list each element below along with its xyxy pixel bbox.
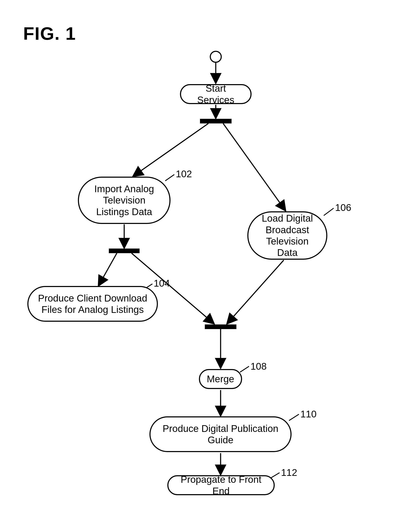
leader-102 [165, 175, 174, 181]
edge-fork1-to-102 [133, 123, 208, 176]
node-110-label: Produce Digital Publication Guide [157, 423, 284, 446]
leader-110 [289, 414, 299, 421]
edge-106-to-merge [227, 260, 284, 323]
ref-110: 110 [300, 408, 317, 420]
ref-104: 104 [154, 278, 170, 289]
join-bar-icon [205, 325, 236, 329]
leader-112 [270, 473, 280, 478]
connectors-overlay [0, 0, 393, 532]
node-start-services: Start Services [180, 84, 251, 104]
node-104-label: Produce Client Download Files for Analog… [35, 292, 151, 315]
leader-108 [240, 366, 249, 372]
node-108-label: Merge [207, 373, 234, 385]
edge-fork1-to-106 [223, 123, 285, 210]
node-104: Produce Client Download Files for Analog… [27, 286, 158, 322]
ref-108: 108 [251, 361, 267, 372]
ref-106: 106 [335, 202, 351, 213]
node-start-services-label: Start Services [187, 83, 244, 105]
node-106-label: Load Digital Broadcast Television Data [257, 213, 318, 258]
node-108: Merge [199, 369, 242, 389]
node-112: Propagate to Front End [167, 475, 275, 495]
start-circle-icon [210, 51, 221, 62]
node-102: Import Analog Television Listings Data [78, 177, 171, 224]
fork-bar-2-icon [109, 249, 140, 253]
node-112-label: Propagate to Front End [175, 474, 267, 497]
ref-102: 102 [176, 168, 192, 180]
figure-title: FIG. 1 [23, 23, 76, 44]
figure-page: FIG. 1 [0, 0, 393, 532]
ref-112: 112 [281, 467, 297, 478]
node-106: Load Digital Broadcast Television Data [247, 211, 327, 260]
leader-106 [324, 208, 334, 216]
fork-bar-1-icon [200, 119, 231, 123]
node-110: Produce Digital Publication Guide [149, 416, 292, 452]
edge-fork2-to-104 [99, 253, 117, 285]
node-102-label: Import Analog Television Listings Data [85, 183, 163, 217]
